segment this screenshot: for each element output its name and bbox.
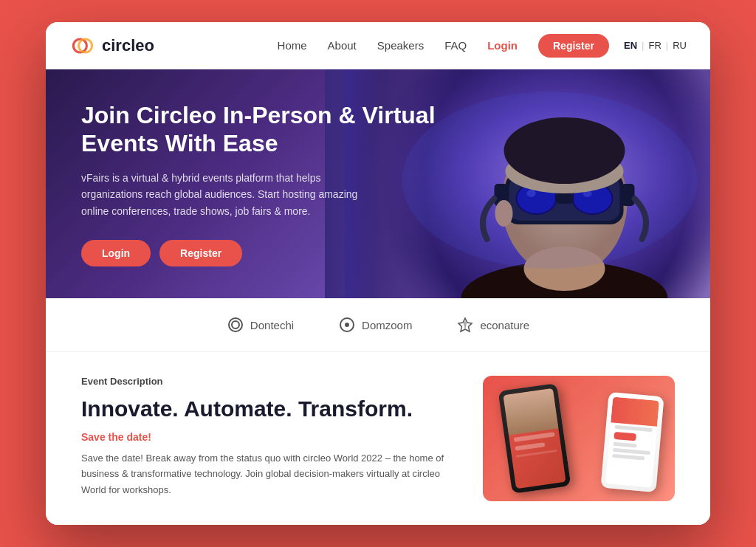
svg-point-23 (402, 92, 698, 269)
svg-point-25 (232, 321, 239, 328)
svg-point-27 (345, 323, 349, 327)
svg-point-24 (229, 318, 242, 331)
event-content: Event Description Innovate. Automate. Tr… (81, 376, 483, 501)
hero-section: Join Circleo In-Person & Virtual Events … (46, 69, 710, 298)
nav-login[interactable]: Login (487, 39, 518, 52)
language-switcher: EN | FR | RU (624, 40, 687, 51)
econature-icon (456, 316, 474, 334)
event-section: Event Description Innovate. Automate. Tr… (46, 352, 710, 525)
event-label: Event Description (81, 376, 447, 387)
hero-content: Join Circleo In-Person & Virtual Events … (81, 101, 436, 266)
dontechi-label: Dontechi (250, 319, 294, 331)
phone-screen-2 (605, 396, 659, 487)
lang-en[interactable]: EN (624, 40, 637, 51)
logo-link[interactable]: circleo (69, 32, 154, 59)
lang-fr[interactable]: FR (648, 40, 661, 51)
phone-screen-1 (503, 388, 566, 489)
sponsor-dontechi: Dontechi (227, 316, 294, 334)
hero-title: Join Circleo In-Person & Virtual Events … (81, 101, 436, 158)
dontechi-icon (227, 316, 244, 334)
browser-window: circleo Home About Speakers FAQ Login Re… (46, 22, 710, 525)
hero-login-button[interactable]: Login (81, 240, 151, 266)
nav-faq[interactable]: FAQ (444, 39, 467, 52)
logo-icon (69, 32, 96, 59)
logo-text: circleo (102, 36, 154, 55)
hero-subtitle: vFairs is a virtual & hybrid events plat… (81, 170, 362, 219)
econature-label: econature (480, 319, 529, 331)
lang-ru[interactable]: RU (673, 40, 687, 51)
nav-register-button[interactable]: Register (538, 34, 609, 58)
nav-speakers[interactable]: Speakers (377, 39, 424, 52)
hero-buttons: Login Register (81, 240, 436, 266)
event-image (483, 376, 675, 501)
sponsor-domzoom: Domzoom (338, 316, 412, 334)
event-title: Innovate. Automate. Transform. (81, 396, 447, 422)
nav-links: Home About Speakers FAQ Login Register (278, 34, 609, 58)
phone-mockup-1 (498, 383, 571, 494)
hero-register-button[interactable]: Register (159, 240, 242, 266)
nav-home[interactable]: Home (278, 39, 307, 52)
sponsor-econature: econature (456, 316, 529, 334)
event-description: Save the date! Break away from the statu… (81, 450, 447, 498)
domzoom-label: Domzoom (362, 319, 412, 331)
event-save-date: Save the date! (81, 431, 447, 443)
navbar: circleo Home About Speakers FAQ Login Re… (46, 22, 710, 69)
sponsors-bar: Dontechi Domzoom econature (46, 298, 710, 352)
nav-about[interactable]: About (328, 39, 357, 52)
domzoom-icon (338, 316, 356, 334)
phone-mockup-2 (600, 392, 664, 492)
